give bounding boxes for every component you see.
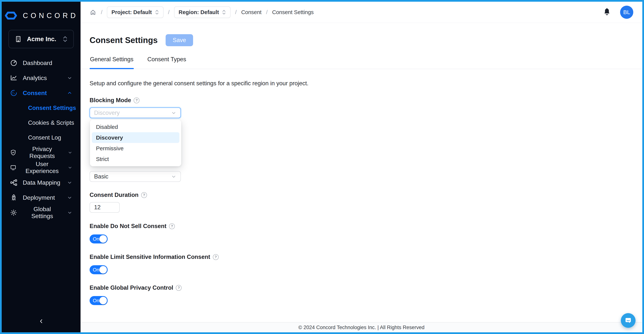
chevron-down-icon xyxy=(67,195,72,200)
dropdown-option-discovery[interactable]: Discovery xyxy=(92,132,179,143)
limit-sensitive-toggle[interactable]: On xyxy=(90,265,108,274)
breadcrumb-consent[interactable]: Consent xyxy=(241,9,262,15)
sidebar-item-label: Analytics xyxy=(23,75,47,82)
secondary-select-value: Basic xyxy=(94,173,171,180)
up-down-chevron-icon xyxy=(155,9,159,15)
org-switcher[interactable]: Acme Inc. xyxy=(8,30,74,48)
sidebar-item-label: Global Settings xyxy=(22,206,62,220)
sidebar-item-global-settings[interactable]: Global Settings xyxy=(2,205,80,220)
home-icon xyxy=(90,9,96,15)
project-selector-label: Project: Default xyxy=(112,9,152,15)
concord-logo-icon xyxy=(4,11,18,20)
help-icon[interactable]: ? xyxy=(213,254,219,260)
chat-bubble-icon xyxy=(624,316,632,325)
tab-consent-types[interactable]: Consent Types xyxy=(147,56,186,69)
consent-duration-label-row: Consent Duration ? xyxy=(90,192,633,198)
breadcrumb-separator: / xyxy=(234,9,237,15)
sidebar-item-user-experiences[interactable]: User Experiences xyxy=(2,160,80,175)
limit-sensitive-label: Enable Limit Sensitive Information Conse… xyxy=(90,254,210,260)
sidebar-item-label: Dashboard xyxy=(23,60,52,66)
sidebar-item-label: Consent xyxy=(23,90,47,97)
tabs: General Settings Consent Types xyxy=(80,56,642,69)
app-window: CONCORD Acme Inc. Dashboard xyxy=(0,0,644,334)
sidebar-item-consent[interactable]: Consent xyxy=(2,85,80,101)
page-title: Consent Settings xyxy=(90,35,158,45)
sidebar-item-consent-settings[interactable]: Consent Settings xyxy=(2,101,80,115)
org-name: Acme Inc. xyxy=(27,35,56,43)
secondary-select[interactable]: Basic xyxy=(90,171,181,182)
breadcrumb-separator: / xyxy=(265,9,268,15)
consent-duration-input[interactable] xyxy=(90,202,120,213)
chevron-up-icon xyxy=(67,90,72,96)
chat-launcher-button[interactable] xyxy=(621,313,636,328)
project-selector-button[interactable]: Project: Default xyxy=(107,6,163,18)
breadcrumb-separator: / xyxy=(167,9,170,15)
consent-duration-label: Consent Duration xyxy=(90,192,138,198)
help-icon[interactable]: ? xyxy=(141,192,147,198)
tab-general-settings[interactable]: General Settings xyxy=(90,56,134,69)
home-breadcrumb[interactable] xyxy=(90,9,96,15)
do-not-sell-label: Enable Do Not Sell Consent xyxy=(90,223,166,230)
sidebar-item-deployment[interactable]: Deployment xyxy=(2,190,80,205)
dropdown-option-strict[interactable]: Strict xyxy=(92,154,179,164)
up-down-chevron-icon xyxy=(222,9,226,15)
notifications-button[interactable] xyxy=(603,8,611,17)
sidebar-item-data-mapping[interactable]: Data Mapping xyxy=(2,175,80,190)
breadcrumb-bar: / Project: Default / Region: Default / C… xyxy=(80,2,642,23)
dropdown-option-permissive[interactable]: Permissive xyxy=(92,143,179,154)
toggle-knob xyxy=(99,235,107,243)
monitor-icon xyxy=(10,164,16,171)
gpc-label-row: Enable Global Privacy Control ? xyxy=(90,284,633,291)
sidebar-item-label: User Experiences xyxy=(22,161,62,174)
chevron-down-icon xyxy=(68,150,72,155)
blocking-mode-dropdown: Disabled Discovery Permissive Strict xyxy=(90,120,181,166)
help-icon[interactable]: ? xyxy=(176,285,182,291)
logo-text: CONCORD xyxy=(23,12,78,20)
do-not-sell-toggle[interactable]: On xyxy=(90,234,108,243)
sidebar-nav: Dashboard Analytics Consent xyxy=(2,55,80,220)
blocking-mode-label-row: Blocking Mode ? xyxy=(90,97,633,104)
up-down-chevron-icon xyxy=(62,35,68,43)
analytics-icon xyxy=(10,74,18,82)
sidebar-item-cookies-scripts[interactable]: Cookies & Scripts xyxy=(2,115,80,130)
blocking-mode-select[interactable]: Discovery Disabled Discovery Permissive … xyxy=(90,107,181,118)
consent-settings-page: Consent Settings Save General Settings C… xyxy=(80,23,642,322)
sidebar-item-label: Privacy Requests xyxy=(22,146,62,160)
sidebar-item-consent-log[interactable]: Consent Log xyxy=(2,130,80,145)
sub-item-label: Consent Log xyxy=(28,134,61,141)
help-icon[interactable]: ? xyxy=(134,98,140,103)
gpc-toggle[interactable]: On xyxy=(90,296,108,305)
save-button[interactable]: Save xyxy=(166,34,193,46)
sidebar-item-label: Deployment xyxy=(23,194,55,201)
sidebar-item-privacy-requests[interactable]: Privacy Requests xyxy=(2,145,80,160)
region-selector-button[interactable]: Region: Default xyxy=(174,6,230,18)
breadcrumb-separator: / xyxy=(100,9,103,15)
sidebar-item-dashboard[interactable]: Dashboard xyxy=(2,55,80,70)
avatar-initials: BL xyxy=(623,9,630,15)
consent-submenu: Consent Settings Cookies & Scripts Conse… xyxy=(2,101,80,145)
do-not-sell-label-row: Enable Do Not Sell Consent ? xyxy=(90,223,633,230)
cookie-icon xyxy=(10,89,18,97)
shield-check-icon xyxy=(10,149,16,156)
breadcrumb-current: Consent Settings xyxy=(272,9,314,15)
building-icon xyxy=(14,35,22,43)
gear-icon xyxy=(10,209,17,216)
bell-icon xyxy=(603,8,611,17)
chevron-left-icon xyxy=(38,318,44,325)
page-header-row: Consent Settings Save xyxy=(90,34,633,46)
user-avatar[interactable]: BL xyxy=(620,6,633,19)
footer: © 2024 Concord Technologies Inc. | All R… xyxy=(80,322,642,332)
sidebar-item-label: Data Mapping xyxy=(23,179,60,186)
logo: CONCORD xyxy=(2,9,80,22)
chevron-down-icon xyxy=(171,110,176,116)
footer-text: © 2024 Concord Technologies Inc. | All R… xyxy=(298,325,424,331)
sidebar: CONCORD Acme Inc. Dashboard xyxy=(2,2,80,332)
sidebar-item-analytics[interactable]: Analytics xyxy=(2,70,80,85)
data-mapping-icon xyxy=(10,179,18,186)
dashboard-icon xyxy=(10,59,18,67)
sidebar-collapse-button[interactable] xyxy=(2,315,80,328)
help-icon[interactable]: ? xyxy=(169,223,175,229)
toggle-knob xyxy=(99,266,107,274)
chevron-down-icon xyxy=(68,165,72,170)
dropdown-option-disabled[interactable]: Disabled xyxy=(92,122,179,132)
